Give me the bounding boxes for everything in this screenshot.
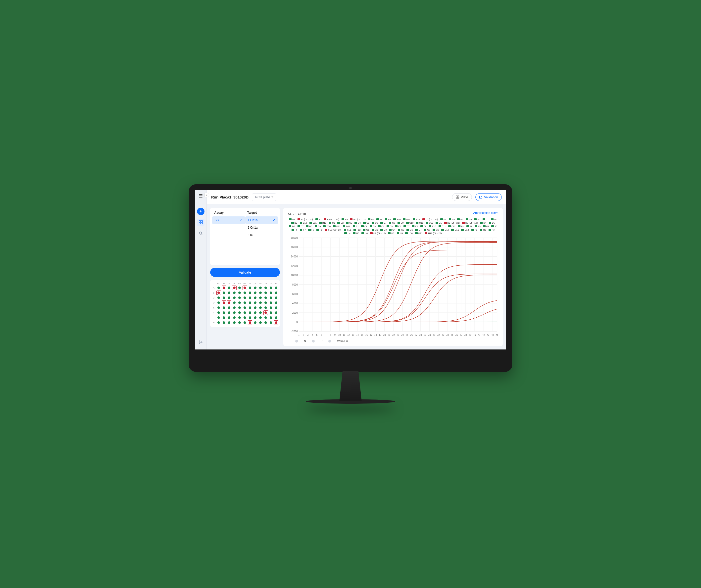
- well-E12[interactable]: [274, 305, 278, 310]
- well-A7[interactable]: [248, 286, 252, 290]
- legend-C4[interactable]: C4: [355, 222, 361, 224]
- well-C3[interactable]: [227, 295, 231, 300]
- legend-G2[interactable]: G2: [372, 229, 378, 231]
- legend-D3[interactable]: D3 (Ct = 19): [462, 222, 478, 224]
- legend-C7[interactable]: C7: [380, 222, 387, 224]
- legend-D5[interactable]: D5: [489, 222, 495, 224]
- legend-D1[interactable]: D1: [436, 222, 442, 224]
- legend-E5[interactable]: E5: [387, 225, 393, 228]
- well-E11[interactable]: [269, 305, 273, 310]
- well-C8[interactable]: [253, 295, 257, 300]
- well-H10[interactable]: [263, 320, 268, 325]
- well-B1[interactable]: ▲: [216, 291, 221, 295]
- legend-H11[interactable]: H11: [415, 232, 423, 235]
- well-A12[interactable]: [274, 286, 278, 290]
- well-H5[interactable]: [237, 320, 242, 325]
- well-A8[interactable]: [253, 286, 257, 290]
- well-G2[interactable]: [222, 315, 226, 320]
- legend-G4[interactable]: G4: [389, 229, 395, 231]
- well-D11[interactable]: [269, 300, 273, 305]
- legend-C2[interactable]: C2: [337, 222, 343, 224]
- legend-E7[interactable]: E7: [404, 225, 410, 228]
- well-G8[interactable]: [253, 315, 257, 320]
- legend-G10[interactable]: G10: [441, 229, 449, 231]
- well-A5[interactable]: [237, 286, 242, 290]
- well-F6[interactable]: [243, 310, 247, 315]
- legend-H2[interactable]: H2: [480, 229, 486, 231]
- well-A3[interactable]: [227, 286, 231, 290]
- legend-D9[interactable]: D9: [315, 225, 321, 228]
- well-F10[interactable]: [263, 310, 268, 315]
- legend-F10[interactable]: F10 (Ct = 18): [325, 229, 341, 231]
- well-D5[interactable]: [237, 300, 242, 305]
- well-C12[interactable]: [274, 295, 278, 300]
- well-H11[interactable]: [269, 320, 273, 325]
- legend-B8[interactable]: B8: [491, 218, 497, 221]
- well-D6[interactable]: [243, 300, 247, 305]
- legend-C3[interactable]: C3: [346, 222, 352, 224]
- legend-C1[interactable]: C1: [329, 222, 335, 224]
- well-H4[interactable]: [232, 320, 237, 325]
- legend-F1[interactable]: F1: [458, 225, 464, 228]
- assay-item-0[interactable]: SG✓: [212, 216, 245, 224]
- legend-B10[interactable]: B10: [300, 222, 307, 224]
- legend-E2[interactable]: E2: [361, 225, 367, 228]
- well-H1[interactable]: [216, 320, 221, 325]
- well-B2[interactable]: [222, 291, 226, 295]
- legend-A8[interactable]: A8: [377, 218, 382, 221]
- well-A9[interactable]: [258, 286, 263, 290]
- well-D9[interactable]: [258, 300, 263, 305]
- legend-B5[interactable]: B5: [466, 218, 472, 221]
- legend-E6[interactable]: E6: [395, 225, 401, 228]
- legend-A5[interactable]: A5: [341, 218, 347, 221]
- well-E7[interactable]: [248, 305, 252, 310]
- legend-B2[interactable]: B2: [440, 218, 446, 221]
- legend-F11[interactable]: F11: [344, 229, 351, 231]
- well-D3[interactable]: [227, 300, 231, 305]
- legend-E3[interactable]: E3: [370, 225, 376, 228]
- legend-H7[interactable]: H7 (Ct = 15): [370, 232, 386, 235]
- legend-F3[interactable]: F3: [475, 225, 481, 228]
- plate-type-select[interactable]: PCR plate: [252, 193, 276, 201]
- legend-F2[interactable]: F2: [466, 225, 472, 228]
- amplification-tab[interactable]: Amplification curve: [473, 211, 498, 216]
- legend-D2[interactable]: D2 (Ct = 22): [444, 222, 460, 224]
- legend-E12[interactable]: E12: [448, 225, 455, 228]
- grid-view-icon[interactable]: [197, 219, 205, 226]
- well-B11[interactable]: [269, 291, 273, 295]
- legend-A11[interactable]: A11: [403, 218, 410, 221]
- legend-E9[interactable]: E9: [420, 225, 426, 228]
- legend-C12[interactable]: C12: [426, 222, 433, 224]
- legend-G5[interactable]: G5: [398, 229, 404, 231]
- legend-C8[interactable]: C8: [389, 222, 395, 224]
- legend-A10[interactable]: A10: [393, 218, 401, 221]
- legend-C11[interactable]: C11: [416, 222, 423, 224]
- well-F2[interactable]: [222, 310, 226, 315]
- well-B6[interactable]: [243, 291, 247, 295]
- well-B5[interactable]: [237, 291, 242, 295]
- well-F1[interactable]: [216, 310, 221, 315]
- add-button[interactable]: +: [197, 208, 205, 215]
- legend-B9[interactable]: B9: [291, 222, 297, 224]
- rail-expand-icon[interactable]: ›: [205, 193, 209, 197]
- legend-A2[interactable]: A2 (Ct = 18): [297, 218, 313, 221]
- legend-H3[interactable]: H3: [489, 229, 495, 231]
- legend-G3[interactable]: G3: [380, 229, 387, 231]
- legend-H10[interactable]: H10: [405, 232, 413, 235]
- legend-C10[interactable]: C10: [406, 222, 414, 224]
- well-E5[interactable]: [237, 305, 242, 310]
- legend-H5[interactable]: H5: [353, 232, 359, 235]
- legend-A4[interactable]: A4 (Ct = 25): [324, 218, 339, 221]
- target-item-0[interactable]: 1 Orf1b✓: [245, 216, 278, 224]
- legend-E10[interactable]: E10: [429, 225, 436, 228]
- well-D2[interactable]: [222, 300, 226, 305]
- legend-B1[interactable]: B1 (Ct = 36): [422, 218, 438, 221]
- well-E3[interactable]: [227, 305, 231, 310]
- well-F3[interactable]: [227, 310, 231, 315]
- well-G12[interactable]: [274, 315, 278, 320]
- well-D1[interactable]: [216, 300, 221, 305]
- target-item-2[interactable]: 3 IC: [245, 231, 278, 239]
- well-A2[interactable]: [222, 286, 226, 290]
- legend-H12[interactable]: H12 (Ct = 25): [425, 232, 442, 235]
- legend-F5[interactable]: F5: [491, 225, 497, 228]
